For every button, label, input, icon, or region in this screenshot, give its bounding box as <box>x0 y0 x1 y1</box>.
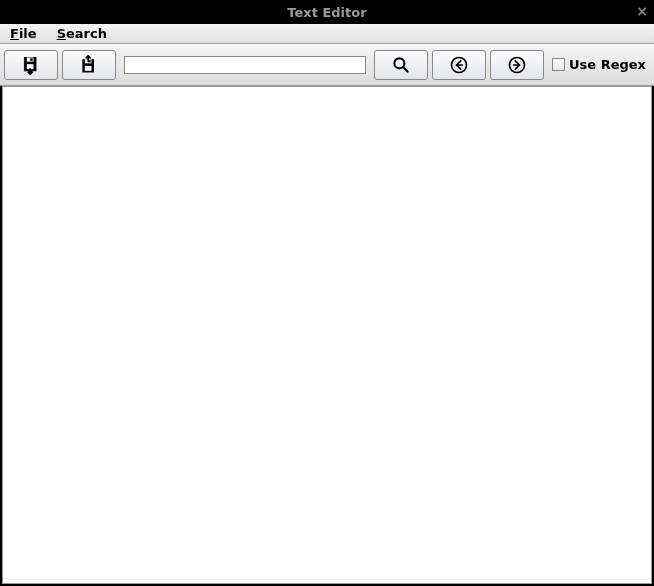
menu-file-mnemonic: F <box>10 26 19 41</box>
window-title: Text Editor <box>287 5 366 20</box>
titlebar: Text Editor × <box>0 0 654 24</box>
save-file-icon <box>21 55 41 75</box>
load-button[interactable] <box>62 50 116 80</box>
menu-search-mnemonic: S <box>57 26 66 41</box>
arrow-left-circle-icon <box>449 55 469 75</box>
window: Text Editor × File Search <box>0 0 654 586</box>
editor-textarea[interactable] <box>2 86 652 584</box>
svg-line-9 <box>403 67 408 72</box>
search-input[interactable] <box>124 56 366 74</box>
next-button[interactable] <box>490 50 544 80</box>
save-button[interactable] <box>4 50 58 80</box>
close-icon[interactable]: × <box>636 4 648 18</box>
load-file-icon <box>79 55 99 75</box>
regex-checkbox[interactable] <box>552 58 565 71</box>
menu-file-rest: ile <box>19 26 37 41</box>
prev-button[interactable] <box>432 50 486 80</box>
regex-checkbox-container[interactable]: Use Regex <box>552 57 646 72</box>
toolbar: Use Regex <box>0 44 654 86</box>
search-icon <box>391 55 411 75</box>
menu-file[interactable]: File <box>4 24 43 43</box>
arrow-right-circle-icon <box>507 55 527 75</box>
menu-search[interactable]: Search <box>51 24 113 43</box>
svg-rect-2 <box>30 58 33 61</box>
menubar: File Search <box>0 24 654 44</box>
svg-rect-7 <box>85 65 92 70</box>
menu-search-rest: earch <box>66 26 107 41</box>
search-button[interactable] <box>374 50 428 80</box>
regex-label: Use Regex <box>569 57 646 72</box>
